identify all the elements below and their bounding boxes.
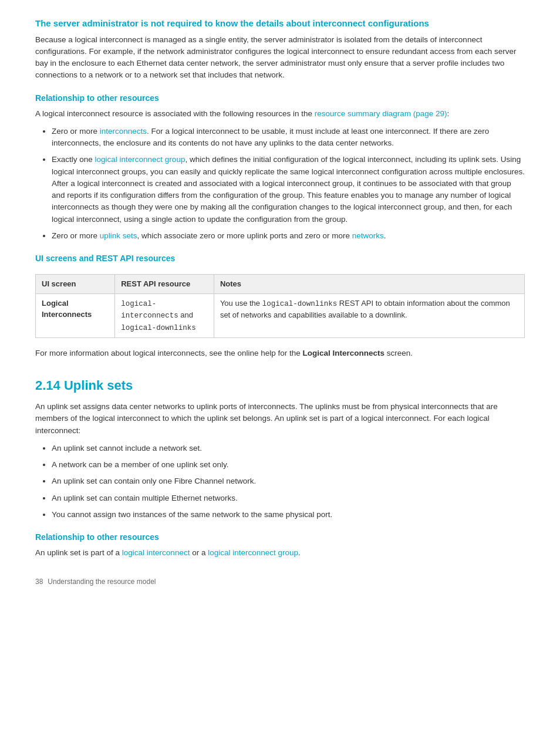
relationship-body-2: An uplink set is part of a logical inter… bbox=[35, 547, 525, 559]
bullet-interconnects: Zero or more interconnects. For a logica… bbox=[52, 126, 525, 150]
chapter-title: 2.14 Uplink sets bbox=[35, 376, 525, 395]
api-table: UI screen REST API resource Notes Logica… bbox=[35, 274, 525, 338]
col-header-notes: Notes bbox=[214, 275, 524, 294]
col-header-ui-screen: UI screen bbox=[36, 275, 115, 294]
uplink-sets-link-1[interactable]: uplink sets bbox=[100, 231, 137, 240]
chapter-bullet-4: An uplink set can contain multiple Ether… bbox=[52, 492, 525, 504]
col-header-rest-api: REST API resource bbox=[115, 275, 214, 294]
relationship-section-2: Relationship to other resources An uplin… bbox=[35, 531, 525, 559]
relationship-title-1: Relationship to other resources bbox=[35, 92, 525, 104]
table-row: Logical Interconnects logical-interconne… bbox=[36, 293, 525, 337]
cell-rest-api: logical-interconnects andlogical-downlin… bbox=[115, 293, 214, 337]
relationship-section-1: Relationship to other resources A logica… bbox=[35, 92, 525, 242]
page-number: 38 bbox=[35, 576, 43, 587]
bullet-lig: Exactly one logical interconnect group, … bbox=[52, 154, 525, 225]
lig-link-2[interactable]: logical interconnect group bbox=[208, 548, 298, 557]
relationship-title-2: Relationship to other resources bbox=[35, 531, 525, 544]
page-footer-text: Understanding the resource model bbox=[48, 576, 156, 587]
chapter-bullet-1: An uplink set cannot include a network s… bbox=[52, 443, 525, 454]
chapter-bullet-2: A network can be a member of one uplink … bbox=[52, 459, 525, 471]
relationship-intro: A logical interconnect resource is assoc… bbox=[35, 108, 525, 120]
chapter-intro: An uplink set assigns data center networ… bbox=[35, 401, 525, 437]
server-admin-title: The server administrator is not required… bbox=[35, 18, 525, 29]
footer-bold: Logical Interconnects bbox=[303, 349, 385, 357]
page-footer: 38 Understanding the resource model bbox=[35, 576, 525, 587]
chapter-bullets: An uplink set cannot include a network s… bbox=[52, 443, 525, 521]
networks-link[interactable]: networks bbox=[352, 231, 384, 240]
ui-screens-title: UI screens and REST API resources bbox=[35, 252, 525, 265]
logical-interconnect-link[interactable]: logical interconnect bbox=[122, 548, 190, 557]
server-admin-section: The server administrator is not required… bbox=[35, 18, 525, 82]
chapter-2-14: 2.14 Uplink sets An uplink set assigns d… bbox=[35, 376, 525, 559]
notes-code: logical-downlinks bbox=[262, 300, 338, 308]
lig-link[interactable]: logical interconnect group bbox=[95, 155, 185, 164]
server-admin-body: Because a logical interconnect is manage… bbox=[35, 34, 525, 82]
cell-notes: You use the logical-downlinks REST API t… bbox=[214, 293, 524, 337]
relationship-bullets-1: Zero or more interconnects. For a logica… bbox=[52, 126, 525, 242]
section-footer: For more information about logical inter… bbox=[35, 347, 525, 359]
chapter-bullet-5: You cannot assign two instances of the s… bbox=[52, 509, 525, 521]
relationship-intro-text: A logical interconnect resource is assoc… bbox=[35, 109, 315, 118]
resource-summary-link[interactable]: resource summary diagram (page 29) bbox=[315, 109, 447, 118]
bullet-uplink-sets: Zero or more uplink sets, which associat… bbox=[52, 230, 525, 242]
chapter-bullet-3: An uplink set can contain only one Fibre… bbox=[52, 475, 525, 487]
cell-ui-screen: Logical Interconnects bbox=[36, 293, 115, 337]
interconnects-link[interactable]: interconnects bbox=[100, 127, 147, 136]
ui-screens-section: UI screens and REST API resources UI scr… bbox=[35, 252, 525, 359]
